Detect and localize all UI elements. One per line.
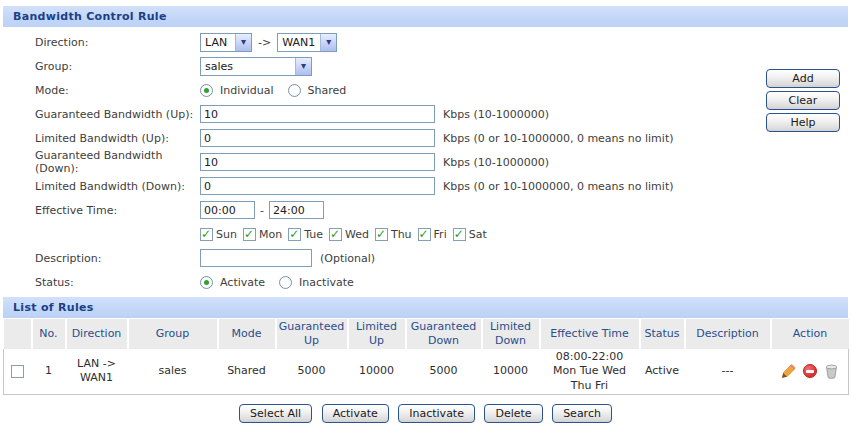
delete-button[interactable]: Delete [484,404,542,423]
limited-down-unit: Kbps (0 or 10-1000000, 0 means no limit) [443,180,674,193]
day-fri-label: Fri [434,228,447,241]
limited-down-label: Limited Bandwidth (Down): [35,180,200,193]
disable-icon[interactable] [803,364,817,378]
rules-table-header-row: No. Direction Group Mode Guaranteed Up L… [4,319,849,349]
limited-up-input[interactable] [200,129,435,147]
effective-time-separator: - [260,204,264,217]
header-status: Status [640,319,685,349]
chevron-down-icon[interactable] [295,58,311,75]
limited-down-input[interactable] [200,177,435,195]
header-direction: Direction [66,319,128,349]
day-thu-label: Thu [391,228,412,241]
rule-guaranteed-up: 5000 [276,349,348,394]
search-button[interactable]: Search [552,404,612,423]
select-all-button[interactable]: Select All [239,404,312,423]
description-input[interactable] [200,249,312,267]
guaranteed-down-unit: Kbps (10-1000000) [443,156,549,169]
mode-shared-radio[interactable] [288,84,301,97]
header-select-column [4,319,32,349]
bandwidth-rule-form: Direction: LAN -> WAN1 Group: sales Mode… [0,27,851,297]
effective-time-row: Effective Time: - [0,198,851,222]
day-tue-label: Tue [304,228,323,241]
direction-label: Direction: [35,36,200,49]
header-limited-up: Limited Up [348,319,406,349]
list-section-header: List of Rules [3,297,848,318]
guaranteed-up-unit: Kbps (10-1000000) [443,108,549,121]
rule-group: sales [128,349,218,394]
group-value: sales [201,60,237,73]
limited-up-row: Limited Bandwidth (Up): Kbps (0 or 10-10… [0,126,851,150]
effective-time-end-input[interactable] [269,201,324,219]
table-footer-buttons: Select All Activate Inactivate Delete Se… [0,404,851,423]
day-thu-checkbox[interactable] [375,228,388,241]
description-row: Description: (Optional) [0,246,851,270]
header-no: No. [32,319,66,349]
clear-button[interactable]: Clear [766,91,840,110]
day-mon-checkbox[interactable] [243,228,256,241]
day-sun-checkbox[interactable] [200,228,213,241]
mode-individual-label: Individual [220,84,274,97]
list-section-title: List of Rules [13,301,94,314]
header-action: Action [771,319,849,349]
group-label: Group: [35,60,200,73]
limited-up-unit: Kbps (0 or 10-1000000, 0 means no limit) [443,132,674,145]
status-activate-label: Activate [220,276,265,289]
rule-mode: Shared [218,349,276,394]
day-sat-label: Sat [469,228,487,241]
day-tue-checkbox[interactable] [288,228,301,241]
day-sat-checkbox[interactable] [453,228,466,241]
add-button[interactable]: Add [766,69,840,88]
rule-direction: LAN -> WAN1 [66,349,128,394]
guaranteed-up-label: Guaranteed Bandwidth (Up): [35,108,200,121]
guaranteed-down-label: Guaranteed Bandwidth (Down): [35,149,200,175]
header-guaranteed-down: Guaranteed Down [406,319,482,349]
status-label: Status: [35,276,200,289]
rule-actions [771,349,849,394]
form-section-title: Bandwidth Control Rule [13,10,167,23]
limited-down-row: Limited Bandwidth (Down): Kbps (0 or 10-… [0,174,851,198]
row-select-checkbox[interactable] [11,365,24,378]
status-activate-radio[interactable] [200,276,213,289]
mode-label: Mode: [35,84,200,97]
inactivate-button[interactable]: Inactivate [398,404,475,423]
effective-days-row: Sun Mon Tue Wed Thu Fri Sat [0,222,851,246]
effective-time-label: Effective Time: [35,204,200,217]
mode-shared-label: Shared [308,84,347,97]
day-sun-label: Sun [216,228,237,241]
guaranteed-up-input[interactable] [200,105,435,123]
guaranteed-up-row: Guaranteed Bandwidth (Up): Kbps (10-1000… [0,102,851,126]
direction-to-value: WAN1 [278,36,319,49]
chevron-down-icon[interactable] [235,34,251,51]
direction-to-select[interactable]: WAN1 [277,33,337,52]
direction-from-select[interactable]: LAN [200,33,252,52]
day-wed-checkbox[interactable] [329,228,342,241]
activate-button[interactable]: Activate [322,404,389,423]
description-label: Description: [35,252,200,265]
help-button[interactable]: Help [766,113,840,132]
effective-time-start-input[interactable] [200,201,255,219]
rule-no: 1 [32,349,66,394]
day-mon-label: Mon [259,228,282,241]
rule-status: Active [640,349,685,394]
header-description: Description [685,319,771,349]
header-effective-time: Effective Time [540,319,640,349]
header-limited-down: Limited Down [482,319,540,349]
status-inactivate-radio[interactable] [279,276,292,289]
rule-limited-down: 10000 [482,349,540,394]
header-mode: Mode [218,319,276,349]
header-guaranteed-up: Guaranteed Up [276,319,348,349]
day-fri-checkbox[interactable] [418,228,431,241]
delete-icon[interactable] [825,364,838,379]
group-row: Group: sales [0,54,851,78]
mode-individual-radio[interactable] [200,84,213,97]
guaranteed-down-input[interactable] [200,153,435,171]
guaranteed-down-row: Guaranteed Bandwidth (Down): Kbps (10-10… [0,150,851,174]
edit-icon[interactable] [781,364,796,379]
rule-description: --- [685,349,771,394]
rules-table: No. Direction Group Mode Guaranteed Up L… [3,319,849,395]
limited-up-label: Limited Bandwidth (Up): [35,132,200,145]
direction-arrow-text: -> [258,36,271,49]
group-select[interactable]: sales [200,57,312,76]
direction-from-value: LAN [201,36,231,49]
chevron-down-icon[interactable] [320,34,336,51]
